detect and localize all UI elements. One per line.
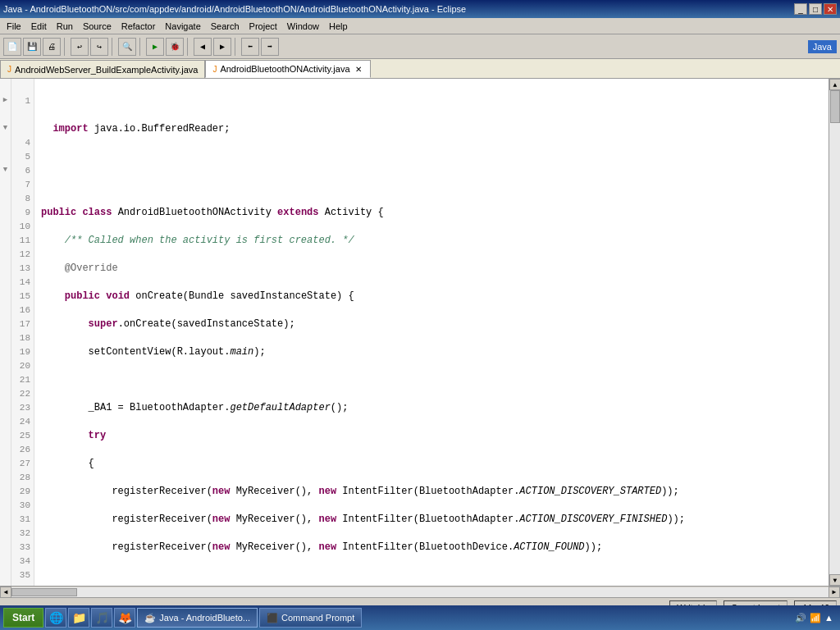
start-label: Start bbox=[12, 612, 34, 623]
cmd-label: Command Prompt bbox=[281, 613, 354, 623]
taskbar-btn-folder[interactable]: 📁 bbox=[68, 608, 89, 628]
code-line-17 bbox=[41, 568, 822, 582]
scroll-track[interactable] bbox=[829, 90, 840, 574]
scroll-left-button[interactable]: ◀ bbox=[0, 587, 11, 598]
code-line-5: /** Called when the activity is first cr… bbox=[41, 234, 822, 248]
next-edit-button[interactable]: ➡ bbox=[261, 38, 279, 56]
vertical-scrollbar[interactable]: ▲ ▼ bbox=[829, 79, 840, 586]
code-line-12: try bbox=[41, 429, 822, 443]
redo-button[interactable]: ↪ bbox=[90, 38, 108, 56]
tab-close-button[interactable]: ✕ bbox=[354, 65, 363, 74]
tab-android-webserver[interactable]: J AndroidWebServer_BuildExampleActivity.… bbox=[0, 60, 205, 78]
tab-bar: J AndroidWebServer_BuildExampleActivity.… bbox=[0, 59, 840, 79]
separator3 bbox=[139, 38, 143, 56]
code-line-6: @Override bbox=[41, 262, 822, 276]
menu-edit[interactable]: Edit bbox=[26, 20, 52, 33]
code-line-8: super.onCreate(savedInstanceState); bbox=[41, 317, 822, 331]
horizontal-scrollbar[interactable]: ◀ ▶ bbox=[0, 586, 840, 597]
separator2 bbox=[112, 38, 115, 56]
main-layout: ▶ ▼ ▼ 1 4 5 6 7 8 9 10 11 12 13 14 15 16… bbox=[0, 79, 840, 586]
menu-search[interactable]: Search bbox=[206, 20, 244, 33]
debug-button[interactable]: 🐞 bbox=[166, 38, 184, 56]
run-button[interactable]: ▶ bbox=[146, 38, 164, 56]
forward-button[interactable]: ▶ bbox=[213, 38, 231, 56]
code-line-9: setContentView(R.layout.main); bbox=[41, 345, 822, 359]
code-line-1: import java.io.BufferedReader; bbox=[41, 122, 822, 136]
menu-window[interactable]: Window bbox=[282, 20, 324, 33]
java-icon-tab2: J bbox=[212, 65, 217, 74]
back-button[interactable]: ◀ bbox=[194, 38, 212, 56]
taskbar-btn-media[interactable]: 🎵 bbox=[91, 608, 112, 628]
fold-oncreate[interactable]: ▼ bbox=[3, 166, 7, 174]
menu-file[interactable]: File bbox=[2, 20, 26, 33]
perspective-label: Java bbox=[808, 40, 837, 53]
toolbar: 📄 💾 🖨 ↩ ↪ 🔍 ▶ 🐞 ◀ ▶ ⬅ ➡ Java bbox=[0, 34, 840, 59]
code-line-16: registerReceiver(new MyReceiver(), new I… bbox=[41, 541, 822, 555]
taskbar: Start 🌐 📁 🎵 🦊 ☕ Java - AndroidBlueto... … bbox=[0, 605, 840, 630]
undo-button[interactable]: ↩ bbox=[71, 38, 89, 56]
java-icon-tab1: J bbox=[7, 65, 11, 74]
menu-refactor[interactable]: Refactor bbox=[116, 20, 161, 33]
title-bar: Java - AndroidBluetoothON/src/com/appdev… bbox=[0, 0, 840, 18]
code-line-13: { bbox=[41, 457, 822, 471]
left-gutter: ▶ ▼ ▼ bbox=[0, 79, 11, 586]
code-line-7: public void onCreate(Bundle savedInstanc… bbox=[41, 290, 822, 304]
print-button[interactable]: 🖨 bbox=[43, 38, 61, 56]
fold-class[interactable]: ▼ bbox=[3, 124, 7, 132]
separator4 bbox=[187, 38, 190, 56]
start-button[interactable]: Start bbox=[3, 608, 43, 628]
cmd-icon: ⬛ bbox=[267, 613, 278, 623]
tray-time: ▲ bbox=[824, 613, 833, 623]
prev-edit-button[interactable]: ⬅ bbox=[241, 38, 259, 56]
menu-help[interactable]: Help bbox=[324, 20, 353, 33]
code-container: 1 4 5 6 7 8 9 10 11 12 13 14 15 16 17 18… bbox=[11, 79, 840, 586]
eclipse-icon: ☕ bbox=[144, 613, 156, 623]
tab1-label: AndroidWebServer_BuildExampleActivity.ja… bbox=[15, 65, 198, 75]
code-line-11: _BA1 = BluetoothAdapter.getDefaultAdapte… bbox=[41, 401, 822, 415]
code-line-10 bbox=[41, 373, 822, 387]
new-button[interactable]: 📄 bbox=[3, 38, 21, 56]
title-text: Java - AndroidBluetoothON/src/com/appdev… bbox=[3, 4, 466, 14]
save-button[interactable]: 💾 bbox=[23, 38, 41, 56]
separator1 bbox=[64, 38, 67, 56]
code-line-blank2 bbox=[41, 178, 822, 192]
title-bar-buttons: _ □ ✕ bbox=[794, 3, 837, 15]
taskbar-cmd-btn[interactable]: ⬛ Command Prompt bbox=[259, 608, 362, 628]
scroll-thumb[interactable] bbox=[830, 90, 840, 123]
code-line bbox=[41, 94, 822, 108]
tab-android-bluetooth[interactable]: J AndroidBluetoothONActivity.java ✕ bbox=[205, 60, 370, 78]
code-line-blank bbox=[41, 150, 822, 164]
taskbar-btn-firefox[interactable]: 🦊 bbox=[114, 608, 135, 628]
fold-import[interactable]: ▶ bbox=[3, 95, 7, 104]
h-scroll-track[interactable] bbox=[11, 587, 829, 597]
menu-bar: File Edit Run Source Refactor Navigate S… bbox=[0, 18, 840, 34]
menu-navigate[interactable]: Navigate bbox=[160, 20, 205, 33]
code-line-14: registerReceiver(new MyReceiver(), new I… bbox=[41, 485, 822, 499]
menu-project[interactable]: Project bbox=[244, 20, 282, 33]
close-button[interactable]: ✕ bbox=[824, 3, 837, 15]
taskbar-eclipse-btn[interactable]: ☕ Java - AndroidBlueto... bbox=[137, 608, 258, 628]
tray-volume: 📶 bbox=[810, 613, 821, 623]
taskbar-btn-ie[interactable]: 🌐 bbox=[45, 608, 66, 628]
scroll-down-button[interactable]: ▼ bbox=[829, 574, 840, 586]
eclipse-label: Java - AndroidBlueto... bbox=[159, 613, 250, 623]
line-numbers: 1 4 5 6 7 8 9 10 11 12 13 14 15 16 17 18… bbox=[11, 79, 34, 586]
scroll-right-button[interactable]: ▶ bbox=[829, 587, 840, 598]
menu-source[interactable]: Source bbox=[78, 20, 116, 33]
minimize-button[interactable]: _ bbox=[794, 3, 807, 15]
code-content[interactable]: import java.io.BufferedReader; public cl… bbox=[34, 79, 829, 586]
h-scroll-thumb[interactable] bbox=[11, 588, 77, 596]
system-tray: 🔊 📶 ▲ bbox=[792, 613, 837, 623]
code-line-15: registerReceiver(new MyReceiver(), new I… bbox=[41, 513, 822, 527]
separator5 bbox=[235, 38, 238, 56]
search-button[interactable]: 🔍 bbox=[118, 38, 136, 56]
scroll-up-button[interactable]: ▲ bbox=[829, 79, 840, 90]
maximize-button[interactable]: □ bbox=[809, 3, 822, 15]
tray-network: 🔊 bbox=[795, 613, 806, 623]
menu-run[interactable]: Run bbox=[52, 20, 78, 33]
code-line-4: public class AndroidBluetoothONActivity … bbox=[41, 206, 822, 220]
tab2-label: AndroidBluetoothONActivity.java bbox=[220, 64, 349, 74]
